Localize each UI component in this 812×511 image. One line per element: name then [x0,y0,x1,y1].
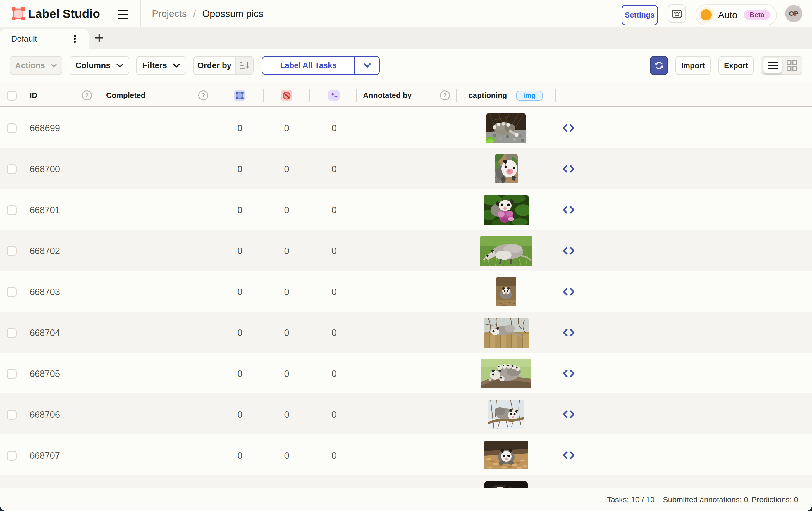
svg-text:?: ? [85,92,89,98]
svg-text:?: ? [443,92,447,98]
svg-text:?: ? [201,92,205,98]
